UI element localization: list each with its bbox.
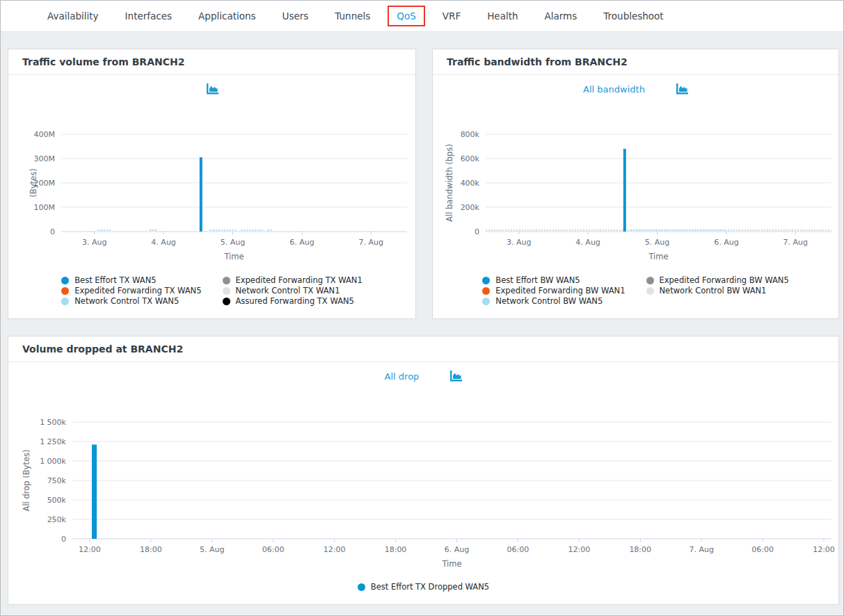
legend-label: Network Control TX WAN5 <box>74 296 179 307</box>
svg-text:800k: 800k <box>461 130 480 139</box>
svg-text:600k: 600k <box>461 154 480 163</box>
tab-applications[interactable]: Applications <box>189 6 264 26</box>
bottom-row: Volume dropped at BRANCH2 All drop 0250k… <box>8 336 838 605</box>
svg-text:18:00: 18:00 <box>385 545 407 554</box>
legend-item[interactable]: Best Effort TX WAN5 <box>61 275 201 286</box>
legend-marker-icon <box>223 287 230 295</box>
legend-marker-icon <box>482 298 490 305</box>
svg-text:4. Aug: 4. Aug <box>575 238 600 247</box>
svg-text:5. Aug: 5. Aug <box>200 545 224 554</box>
legend-marker-icon <box>61 277 69 284</box>
tab-availability[interactable]: Availability <box>38 6 108 26</box>
panel-title: Volume dropped at BRANCH2 <box>22 343 183 355</box>
all-bandwidth-link[interactable]: All bandwidth <box>583 84 645 95</box>
svg-text:18:00: 18:00 <box>140 545 162 554</box>
top-row: Traffic volume from BRANCH2 0100M200M300… <box>8 49 838 319</box>
panel-header: Traffic volume from BRANCH2 <box>8 49 415 75</box>
legend-item[interactable]: Network Control TX WAN1 <box>223 286 363 296</box>
svg-text:12:00: 12:00 <box>324 545 346 554</box>
legend-item[interactable]: Network Control TX WAN5 <box>61 296 201 307</box>
tab-vrf[interactable]: VRF <box>433 6 470 26</box>
tab-qos[interactable]: QoS <box>388 6 424 26</box>
legend-item[interactable]: Expedited Forwarding TX WAN5 <box>61 286 201 296</box>
legend-label: Network Control BW WAN5 <box>495 296 603 307</box>
svg-text:0: 0 <box>50 227 55 236</box>
qos-dashboard: AvailabilityInterfacesApplicationsUsersT… <box>0 0 844 616</box>
legend-label: Network Control BW WAN1 <box>660 286 767 296</box>
legend-item[interactable]: Assured Forwarding TX WAN5 <box>223 296 363 307</box>
legend-label: Expedited Forwarding TX WAN1 <box>236 275 363 286</box>
svg-text:6. Aug: 6. Aug <box>445 545 469 554</box>
legend-label: Assured Forwarding TX WAN5 <box>236 296 354 307</box>
svg-text:7. Aug: 7. Aug <box>359 238 383 247</box>
legend-label: Best Effort TX WAN5 <box>74 275 156 286</box>
svg-text:6. Aug: 6. Aug <box>289 238 314 247</box>
svg-text:1 000k: 1 000k <box>40 457 66 466</box>
tab-alarms[interactable]: Alarms <box>536 6 587 26</box>
panel-volume-dropped: Volume dropped at BRANCH2 All drop 0250k… <box>8 336 839 605</box>
svg-text:100M: 100M <box>34 203 56 212</box>
all-drop-link[interactable]: All drop <box>385 371 420 382</box>
svg-text:06:00: 06:00 <box>507 545 530 554</box>
chart-toolbar: All bandwidth <box>433 75 838 103</box>
chart-toolbar <box>8 75 415 103</box>
bar-best-effort-tx-dropped-wan5[interactable] <box>92 444 97 539</box>
svg-text:1 250k: 1 250k <box>40 437 66 446</box>
svg-text:06:00: 06:00 <box>262 545 285 554</box>
panel-title: Traffic volume from BRANCH2 <box>22 56 184 67</box>
svg-text:(Bytes): (Bytes) <box>29 168 38 197</box>
svg-text:0: 0 <box>61 535 66 544</box>
legend-item[interactable]: Best Effort BW WAN5 <box>482 275 625 286</box>
legend-item[interactable]: Expedited Forwarding BW WAN1 <box>482 286 625 296</box>
svg-text:6. Aug: 6. Aug <box>714 238 738 247</box>
svg-text:0: 0 <box>475 227 479 236</box>
legend-label: Expedited Forwarding TX WAN5 <box>74 286 201 296</box>
tab-health[interactable]: Health <box>478 6 527 26</box>
svg-text:12:00: 12:00 <box>568 545 590 554</box>
svg-text:12:00: 12:00 <box>79 545 101 554</box>
legend-label: Best Effort TX Dropped WAN5 <box>371 582 489 592</box>
tab-users[interactable]: Users <box>273 6 318 26</box>
svg-text:7. Aug: 7. Aug <box>689 545 713 554</box>
panel-traffic-bandwidth: Traffic bandwidth from BRANCH2 All bandw… <box>432 49 839 319</box>
legend-marker-icon <box>482 287 490 295</box>
svg-text:06:00: 06:00 <box>751 545 774 554</box>
bar-best-effort-bw-wan5[interactable] <box>623 149 626 232</box>
svg-text:3. Aug: 3. Aug <box>82 238 106 247</box>
chart-toolbar: All drop <box>8 362 838 390</box>
legend-item[interactable]: Expedited Forwarding TX WAN1 <box>223 275 363 286</box>
dashboard-content: Traffic volume from BRANCH2 0100M200M300… <box>1 32 843 605</box>
volume-dropped-chart: 0250k500k750k1 000k1 250k1 500k12:0018:0… <box>8 390 838 574</box>
legend-label: Network Control TX WAN1 <box>236 286 340 296</box>
panel-title: Traffic bandwidth from BRANCH2 <box>447 56 628 67</box>
legend-item[interactable]: Network Control BW WAN1 <box>646 286 789 296</box>
svg-text:1 500k: 1 500k <box>40 418 66 427</box>
area-chart-icon[interactable] <box>449 371 462 382</box>
area-chart-icon[interactable] <box>206 83 218 95</box>
panel-header: Volume dropped at BRANCH2 <box>8 337 838 362</box>
bar-best-effort-tx-wan5[interactable] <box>200 157 202 232</box>
legend-item[interactable]: Network Control BW WAN5 <box>482 296 625 307</box>
traffic-volume-chart: 0100M200M300M400M3. Aug4. Aug5. Aug6. Au… <box>8 103 415 264</box>
svg-text:All bandwidth (bps): All bandwidth (bps) <box>445 144 454 222</box>
traffic-volume-legend: Best Effort TX WAN5Expedited Forwarding … <box>61 275 363 307</box>
legend-marker-icon <box>646 277 654 284</box>
tab-troubleshoot[interactable]: Troubleshoot <box>594 6 672 26</box>
volume-dropped-legend: Best Effort TX Dropped WAN5 <box>358 582 489 592</box>
tab-tunnels[interactable]: Tunnels <box>326 6 379 26</box>
svg-text:5. Aug: 5. Aug <box>221 238 245 247</box>
panel-traffic-volume: Traffic volume from BRANCH2 0100M200M300… <box>8 49 416 319</box>
legend-marker-icon <box>223 298 230 305</box>
area-chart-icon[interactable] <box>676 83 688 95</box>
svg-text:12:00: 12:00 <box>813 545 835 554</box>
traffic-bandwidth-legend: Best Effort BW WAN5Expedited Forwarding … <box>482 275 788 307</box>
svg-text:5. Aug: 5. Aug <box>645 238 669 247</box>
legend-item[interactable]: Expedited Forwarding BW WAN5 <box>646 275 789 286</box>
traffic-bandwidth-chart: 0200k400k600k800k3. Aug4. Aug5. Aug6. Au… <box>433 103 838 264</box>
tab-interfaces[interactable]: Interfaces <box>116 6 181 26</box>
top-tab-bar: AvailabilityInterfacesApplicationsUsersT… <box>1 1 843 32</box>
legend-marker-icon <box>61 287 69 295</box>
legend-item[interactable]: Best Effort TX Dropped WAN5 <box>358 582 489 592</box>
svg-text:3. Aug: 3. Aug <box>507 238 531 247</box>
svg-text:Time: Time <box>648 252 668 261</box>
